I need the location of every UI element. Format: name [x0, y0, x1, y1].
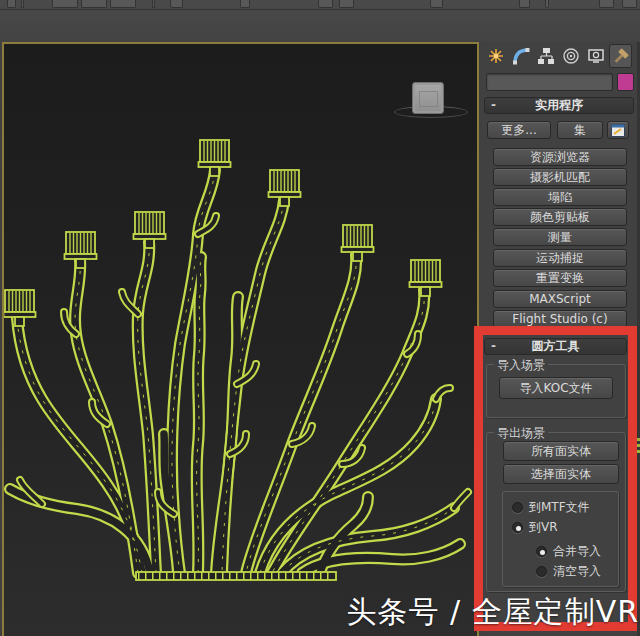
- toolbar-icon-stub[interactable]: [339, 0, 354, 8]
- radio-dot: [512, 522, 523, 533]
- radio-label: 清空导入: [553, 563, 601, 580]
- radio-dot: [512, 502, 523, 513]
- viewport[interactable]: [2, 42, 479, 636]
- toolbar-icon-stub[interactable]: [7, 0, 16, 8]
- viewcube[interactable]: [412, 82, 444, 114]
- flight-studio-button[interactable]: Flight Studio (c): [493, 310, 627, 328]
- to-vr-radio[interactable]: 到VR: [512, 519, 558, 536]
- toolbar-divider: [0, 9, 640, 10]
- clear-import-radio[interactable]: 清空导入: [536, 563, 601, 580]
- selected-face-solids-button[interactable]: 选择面实体: [503, 464, 619, 484]
- main-toolbar: [0, 0, 640, 42]
- collapse-icon[interactable]: -: [491, 339, 496, 354]
- maxscript-button[interactable]: MAXScript: [493, 290, 627, 308]
- toolbar-icon-stub[interactable]: [622, 0, 637, 8]
- toolbar-icon-stub[interactable]: [318, 0, 333, 8]
- object-name-field[interactable]: [486, 73, 613, 91]
- export-scene-group: 导出场景 所有面实体 选择面实体 到MTF文件 到VR 合并导入: [486, 432, 626, 592]
- motion-tab[interactable]: [559, 44, 582, 68]
- measure-button[interactable]: 测量: [493, 228, 627, 246]
- radio-label: 到MTF文件: [529, 499, 590, 516]
- import-scene-group: 导入场景 导入KOC文件: [486, 364, 626, 418]
- coral-wireframe-model[interactable]: [4, 44, 477, 636]
- color-clipboard-button[interactable]: 颜色剪贴板: [493, 208, 627, 226]
- more-utilities-button[interactable]: 更多...: [487, 121, 551, 139]
- utilities-rollout-header[interactable]: - 实用程序: [484, 97, 634, 114]
- camera-match-button[interactable]: 摄影机匹配: [493, 168, 627, 186]
- toolbar-separator: [152, 0, 155, 8]
- create-icon: [487, 47, 505, 65]
- configure-button-sets-icon: [611, 124, 625, 137]
- toolbar-icon-stub[interactable]: [240, 0, 250, 8]
- watermark-text: 头条号 / 全屋定制VR: [346, 592, 639, 633]
- collapse-button[interactable]: 塌陷: [493, 188, 627, 206]
- toolbar-icon-stub[interactable]: [519, 0, 530, 8]
- configure-button-sets-button[interactable]: [607, 121, 629, 139]
- merge-import-radio[interactable]: 合并导入: [536, 543, 601, 560]
- coral-base: [136, 572, 336, 580]
- radio-dot: [536, 546, 547, 557]
- display-icon: [587, 47, 605, 65]
- import-koc-file-button[interactable]: 导入KOC文件: [499, 377, 613, 399]
- toolbar-icon-stub[interactable]: [170, 0, 183, 8]
- create-tab[interactable]: [484, 44, 507, 68]
- utilities-rollout-title: 实用程序: [535, 98, 583, 112]
- command-panel-tabs: [481, 44, 637, 72]
- toolbar-separator: [545, 0, 549, 8]
- toolbar-icon-stub[interactable]: [81, 0, 107, 8]
- display-tab[interactable]: [584, 44, 607, 68]
- command-panel: - 实用程序 更多... 集 资源浏览器 摄影机匹配 塌陷 颜色剪贴板 测量 运…: [481, 42, 637, 636]
- motion-icon: [562, 47, 580, 65]
- utility-sets-button[interactable]: 集: [557, 121, 603, 139]
- export-target-group: 到MTF文件 到VR 合并导入 清空导入: [502, 491, 619, 587]
- tool-rollout-title: 圆方工具: [532, 339, 580, 353]
- toolbar-icon-stub[interactable]: [599, 0, 614, 8]
- object-color-swatch[interactable]: [617, 73, 634, 91]
- radio-label: 合并导入: [553, 543, 601, 560]
- to-mtf-file-radio[interactable]: 到MTF文件: [512, 499, 590, 516]
- app-window: - 实用程序 更多... 集 资源浏览器 摄影机匹配 塌陷 颜色剪贴板 测量 运…: [0, 0, 640, 636]
- asset-browser-button[interactable]: 资源浏览器: [493, 148, 627, 166]
- toolbar-separator: [21, 0, 24, 8]
- toolbar-icon-stub[interactable]: [52, 0, 78, 8]
- hierarchy-tab[interactable]: [534, 44, 557, 68]
- import-scene-label: 导入场景: [494, 357, 548, 374]
- utilities-hammer-icon: [612, 47, 630, 65]
- modify-icon: [512, 47, 530, 65]
- radio-label: 到VR: [529, 519, 558, 536]
- modify-tab[interactable]: [509, 44, 532, 68]
- motion-capture-button[interactable]: 运动捕捉: [493, 249, 627, 267]
- hierarchy-icon: [537, 47, 555, 65]
- radio-dot: [536, 566, 547, 577]
- export-scene-label: 导出场景: [494, 425, 548, 442]
- reset-xform-button[interactable]: 重置变换: [493, 269, 627, 287]
- toolbar-icon-stub[interactable]: [110, 0, 136, 8]
- utilities-tab[interactable]: [609, 44, 632, 68]
- tool-rollout-header[interactable]: - 圆方工具: [484, 338, 627, 355]
- all-face-solids-button[interactable]: 所有面实体: [503, 441, 619, 461]
- toolbar-icon-stub[interactable]: [430, 0, 443, 8]
- collapse-icon[interactable]: -: [491, 98, 496, 113]
